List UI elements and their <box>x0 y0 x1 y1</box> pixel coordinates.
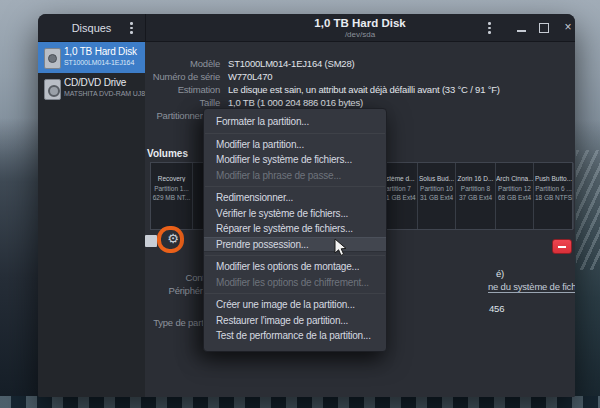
device-sidebar: 1,0 TB Hard DiskST1000LM014-1EJ164CD/DVD… <box>38 42 146 397</box>
volume-cell-line: 31 GB Ext4 <box>418 194 455 201</box>
menu-item[interactable]: Créer une image de la partition... <box>204 297 386 313</box>
detail-label: Estimation <box>145 84 220 97</box>
volume-cell-line: 37 GB Ext4 <box>456 194 495 201</box>
sidebar-menu-icon[interactable] <box>130 22 133 34</box>
detail-label: Numéro de série <box>145 71 220 84</box>
menu-item: Modifier la phrase de passe... <box>204 168 386 184</box>
minimize-button[interactable] <box>515 20 529 34</box>
menu-item[interactable]: Test de performance de la partition... <box>204 328 386 344</box>
menu-separator <box>204 183 386 190</box>
volume-cell-line: Partition 12 <box>496 185 533 192</box>
sidebar-item-cd-dvd[interactable]: CD/DVD DriveMATSHITA DVD-RAM UJ8HC <box>38 73 145 104</box>
maximize-button[interactable] <box>537 20 551 34</box>
menu-item[interactable]: Modifier le système de fichiers... <box>204 152 386 168</box>
window-subtitle: /dev/sda <box>145 30 575 39</box>
volume-cell-line: 629 MB NT... <box>151 194 192 201</box>
volumes-heading: Volumes <box>147 148 188 159</box>
volume-cell-line: Partition 10 <box>418 185 455 192</box>
volume-cell[interactable]: Zorin 16 D...Partition 837 GB Ext4 <box>456 163 496 229</box>
menu-separator <box>204 252 386 259</box>
volume-cell-line: Partition 1... <box>151 185 192 192</box>
menu-item[interactable]: Réparer le système de fichiers... <box>204 221 386 237</box>
main-header: 1,0 TB Hard Disk /dev/sda <box>145 14 575 41</box>
unmount-button[interactable] <box>145 235 157 247</box>
app-menu-icon[interactable] <box>488 22 491 34</box>
wallpaper-water <box>0 396 600 408</box>
volume-cell-line: 68 GB Ext4 <box>496 194 533 201</box>
wallpaper-mountain-snow <box>576 150 600 270</box>
sidebar-item-title: CD/DVD Drive <box>64 77 126 88</box>
mouse-cursor <box>334 238 348 257</box>
volume-cell-line: Push Butto... <box>534 175 573 182</box>
sidebar-item-title: 1,0 TB Hard Disk <box>64 46 137 57</box>
window-title: 1,0 TB Hard Disk <box>145 17 575 29</box>
menu-item: Modifier les options de chiffrement... <box>204 275 386 291</box>
detail-row: Numéro de sérieW770L470 <box>145 71 575 84</box>
delete-partition-button[interactable] <box>552 239 572 254</box>
optical-drive-icon <box>44 79 61 100</box>
volume-cell-line: Solus Bud... <box>418 175 455 182</box>
volume-cell-line: Recovery <box>151 175 192 182</box>
menu-item[interactable]: Modifier les options de montage... <box>204 259 386 275</box>
volume-cell[interactable]: Solus Bud...Partition 1031 GB Ext4 <box>418 163 456 229</box>
detail-value: W770L470 <box>228 71 272 84</box>
sidebar-item-subtitle: MATSHITA DVD-RAM UJ8HC <box>64 90 155 97</box>
menu-item[interactable]: Prendre possession... <box>204 237 386 253</box>
menu-item[interactable]: Vérifier le système de fichiers... <box>204 206 386 222</box>
detail-row: ModèleST1000LM014-1EJ164 (SM28) <box>145 58 575 71</box>
volume-cell[interactable]: RecoveryPartition 1...629 MB NT... <box>151 163 193 229</box>
menu-separator <box>204 290 386 297</box>
wallpaper-left <box>0 118 38 408</box>
volume-cell[interactable]: Arch Cinna...Partition 1268 GB Ext4 <box>496 163 534 229</box>
sidebar-item-subtitle: ST1000LM014-1EJ164 <box>64 59 134 66</box>
uuid-value-fragment: 456 <box>489 303 504 314</box>
menu-separator <box>204 130 386 137</box>
menu-item[interactable]: Redimensionner... <box>204 190 386 206</box>
detail-row: EstimationLe disque est sain, un attribu… <box>145 84 575 97</box>
sidebar-title: Disques <box>72 22 112 34</box>
desktop: Disques 1,0 TB Hard Disk /dev/sda × 1,0 … <box>0 0 600 408</box>
disks-window: Disques 1,0 TB Hard Disk /dev/sda × 1,0 … <box>38 14 575 397</box>
titlebar[interactable]: Disques 1,0 TB Hard Disk /dev/sda × <box>38 14 575 42</box>
volume-cell[interactable]: Push Butto...Partition 6 ...18 GB NTFS <box>534 163 574 229</box>
contents-value-fragment: é) <box>496 268 504 279</box>
hdd-icon <box>44 48 61 69</box>
detail-value: Le disque est sain, un attribut avait dé… <box>228 84 500 97</box>
annotation-ring <box>157 226 184 253</box>
partition-context-menu: Formater la partition...Modifier la part… <box>203 108 387 352</box>
detail-value: ST1000LM014-1EJ164 (SM28) <box>228 58 355 71</box>
sidebar-item-hard-disk[interactable]: 1,0 TB Hard DiskST1000LM014-1EJ164 <box>38 42 145 73</box>
volume-cell-line: Zorin 16 D... <box>456 175 495 182</box>
menu-item[interactable]: Formater la partition... <box>204 114 386 130</box>
menu-item[interactable]: Restaurer l'image de partition... <box>204 313 386 329</box>
volume-cell-line: 18 GB NTFS <box>534 194 573 201</box>
detail-label: Modèle <box>145 58 220 71</box>
menu-item[interactable]: Modifier la partition... <box>204 137 386 153</box>
volume-cell-line: Arch Cinna... <box>496 175 533 182</box>
volume-cell-line: Partition 6 ... <box>534 185 573 192</box>
volume-cell-line: Partition 8 <box>456 185 495 192</box>
filesystem-link-fragment[interactable]: ne du système de fichiers <box>488 281 575 293</box>
close-button[interactable]: × <box>561 20 575 34</box>
minus-icon <box>558 246 566 248</box>
